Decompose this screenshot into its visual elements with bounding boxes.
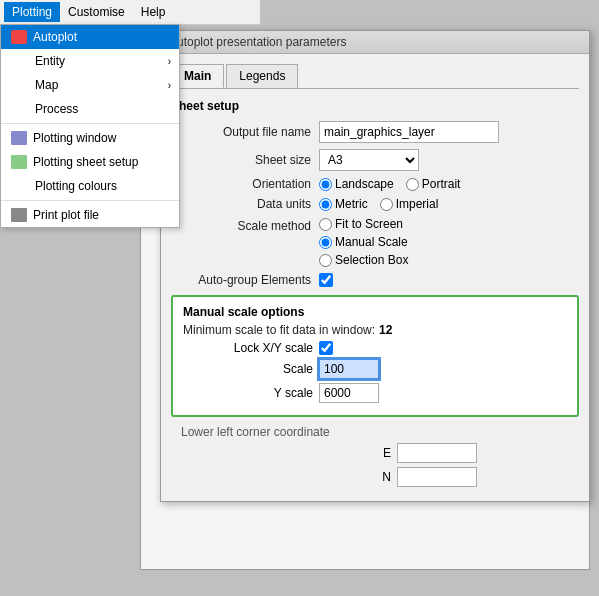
plotting-window-icon xyxy=(11,131,27,145)
scale-manual-radio[interactable] xyxy=(319,236,332,249)
tabs: Main Legends xyxy=(171,64,579,89)
menu-item-plotting-sheet[interactable]: Plotting sheet setup xyxy=(1,150,179,174)
sheet-size-row: Sheet size A3 A0 A1 A2 A4 xyxy=(171,149,579,171)
map-icon xyxy=(11,78,29,92)
entity-arrow: › xyxy=(168,56,171,67)
manual-scale-title: Manual scale options xyxy=(183,305,567,319)
scale-input-row: Scale xyxy=(183,359,567,379)
n-coord-row: N xyxy=(171,467,579,487)
dialog-body: Main Legends Sheet setup Output file nam… xyxy=(161,54,589,501)
lock-xy-row: Lock X/Y scale xyxy=(183,341,567,355)
orientation-landscape-radio[interactable] xyxy=(319,178,332,191)
lock-xy-checkbox[interactable] xyxy=(319,341,333,355)
auto-group-checkbox[interactable] xyxy=(319,273,333,287)
n-coord-label: N xyxy=(171,470,391,484)
dialog-title: Autoplot presentation parameters xyxy=(169,35,346,49)
scale-method-row: Scale method Fit to Screen Manual Scale … xyxy=(171,217,579,267)
dropdown-menu: Autoplot Entity › Map › Process Plotting… xyxy=(0,24,180,228)
data-units-radio-group: Metric Imperial xyxy=(319,197,438,211)
scale-fit-radio[interactable] xyxy=(319,218,332,231)
separator-2 xyxy=(1,200,179,201)
menubar-customise[interactable]: Customise xyxy=(60,2,133,22)
scale-manual[interactable]: Manual Scale xyxy=(319,235,408,249)
auto-group-row: Auto-group Elements xyxy=(171,273,579,287)
scale-input-label: Scale xyxy=(183,362,313,376)
data-units-metric[interactable]: Metric xyxy=(319,197,368,211)
menu-item-plotting-colours[interactable]: Plotting colours xyxy=(1,174,179,198)
lock-xy-label: Lock X/Y scale xyxy=(183,341,313,355)
separator-1 xyxy=(1,123,179,124)
dropdown-overlay: Plotting Customise Help Autoplot Entity … xyxy=(0,0,260,25)
data-units-label: Data units xyxy=(171,197,311,211)
manual-scale-box: Manual scale options Minimum scale to fi… xyxy=(171,295,579,417)
data-units-imperial[interactable]: Imperial xyxy=(380,197,439,211)
min-scale-label: Minimum scale to fit data in window: xyxy=(183,323,375,337)
e-coord-row: E xyxy=(171,443,579,463)
menubar: Plotting Customise Help xyxy=(0,0,260,25)
scale-method-label: Scale method xyxy=(171,219,311,233)
dialog-titlebar: Autoplot presentation parameters xyxy=(161,31,589,54)
entity-icon xyxy=(11,54,29,68)
dialog-window: Autoplot presentation parameters Main Le… xyxy=(160,30,590,502)
plotting-colours-icon xyxy=(11,179,29,193)
plotting-sheet-icon xyxy=(11,155,27,169)
scale-input[interactable] xyxy=(319,359,379,379)
min-scale-row: Minimum scale to fit data in window: 12 xyxy=(183,323,567,337)
data-units-row: Data units Metric Imperial xyxy=(171,197,579,211)
menubar-plotting[interactable]: Plotting xyxy=(4,2,60,22)
autoplot-icon xyxy=(11,30,27,44)
scale-fit-to-screen[interactable]: Fit to Screen xyxy=(319,217,408,231)
process-icon xyxy=(11,102,29,116)
orientation-row: Orientation Landscape Portrait xyxy=(171,177,579,191)
yscale-input-label: Y scale xyxy=(183,386,313,400)
orientation-label: Orientation xyxy=(171,177,311,191)
print-icon xyxy=(11,208,27,222)
yscale-input-row: Y scale xyxy=(183,383,567,403)
sheet-size-label: Sheet size xyxy=(171,153,311,167)
yscale-input[interactable] xyxy=(319,383,379,403)
scale-method-group: Fit to Screen Manual Scale Selection Box xyxy=(319,217,408,267)
sheet-setup-label: Sheet setup xyxy=(171,99,579,113)
scale-selection-box[interactable]: Selection Box xyxy=(319,253,408,267)
lower-left-section: Lower left corner coordinate E N xyxy=(171,425,579,487)
menu-item-print-plot[interactable]: Print plot file xyxy=(1,203,179,227)
menu-item-plotting-window[interactable]: Plotting window xyxy=(1,126,179,150)
scale-selection-radio[interactable] xyxy=(319,254,332,267)
output-file-name-input[interactable] xyxy=(319,121,499,143)
orientation-radio-group: Landscape Portrait xyxy=(319,177,460,191)
menubar-help[interactable]: Help xyxy=(133,2,174,22)
menu-item-entity[interactable]: Entity › xyxy=(1,49,179,73)
data-units-metric-radio[interactable] xyxy=(319,198,332,211)
lower-left-label: Lower left corner coordinate xyxy=(181,425,579,439)
map-arrow: › xyxy=(168,80,171,91)
min-scale-value: 12 xyxy=(379,323,392,337)
menu-item-autoplot[interactable]: Autoplot xyxy=(1,25,179,49)
sheet-size-select[interactable]: A3 A0 A1 A2 A4 xyxy=(319,149,419,171)
orientation-portrait-radio[interactable] xyxy=(406,178,419,191)
menu-item-map[interactable]: Map › xyxy=(1,73,179,97)
data-units-imperial-radio[interactable] xyxy=(380,198,393,211)
orientation-landscape[interactable]: Landscape xyxy=(319,177,394,191)
output-file-name-label: Output file name xyxy=(171,125,311,139)
menu-item-process[interactable]: Process xyxy=(1,97,179,121)
e-coord-label: E xyxy=(171,446,391,460)
n-coord-input[interactable] xyxy=(397,467,477,487)
auto-group-label: Auto-group Elements xyxy=(171,273,311,287)
output-file-name-row: Output file name xyxy=(171,121,579,143)
tab-legends[interactable]: Legends xyxy=(226,64,298,88)
orientation-portrait[interactable]: Portrait xyxy=(406,177,461,191)
e-coord-input[interactable] xyxy=(397,443,477,463)
